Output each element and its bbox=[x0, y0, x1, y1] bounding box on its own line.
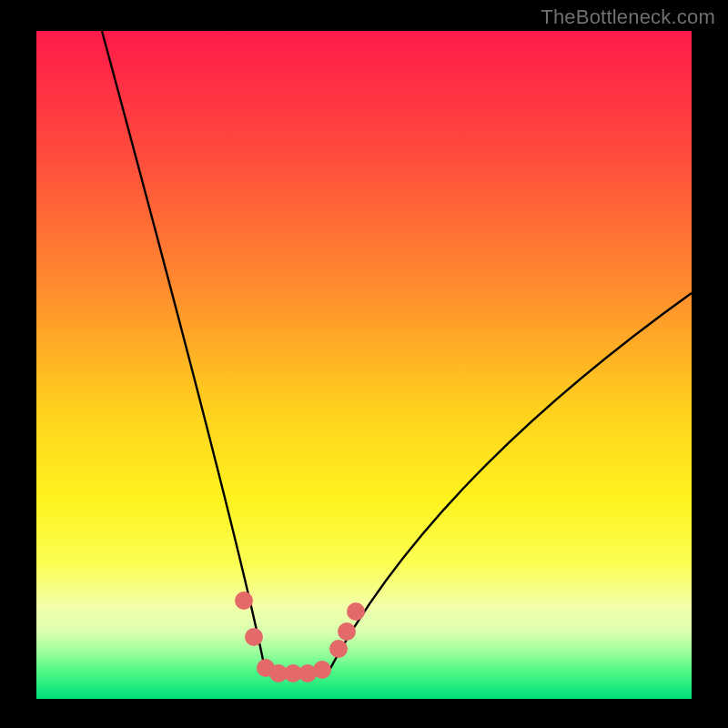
chart-frame: TheBottleneck.com bbox=[0, 0, 728, 728]
watermark-text: TheBottleneck.com bbox=[541, 5, 715, 29]
data-point-marker bbox=[245, 628, 263, 646]
bottleneck-chart bbox=[0, 0, 728, 728]
data-point-marker bbox=[235, 592, 253, 610]
data-point-marker bbox=[347, 602, 365, 621]
data-point-marker bbox=[313, 661, 331, 679]
data-point-marker bbox=[338, 622, 356, 641]
plot-background bbox=[36, 31, 692, 699]
data-point-marker bbox=[329, 640, 348, 658]
